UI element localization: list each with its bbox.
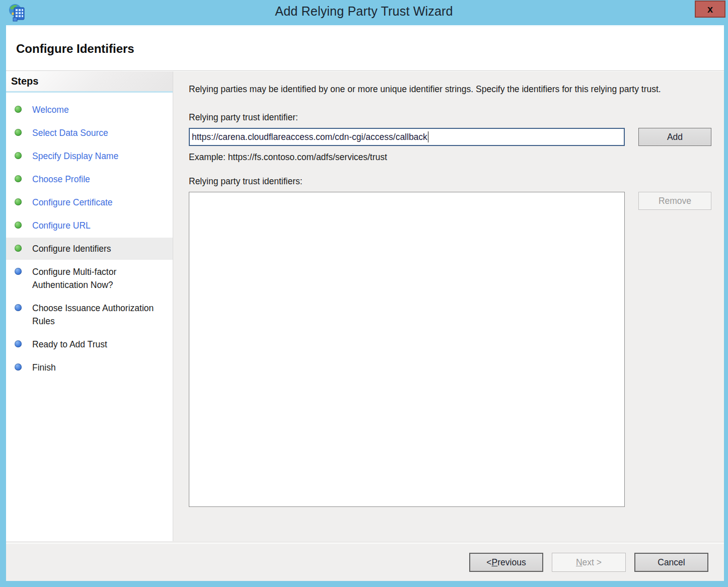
step-done-bullet-icon — [15, 152, 22, 159]
step-done-bullet-icon — [15, 222, 22, 229]
sidebar-step-choose-profile[interactable]: Choose Profile — [6, 168, 173, 190]
text-caret — [428, 131, 429, 142]
add-button[interactable]: Add — [638, 128, 711, 146]
main-pane: Relying parties may be identified by one… — [173, 71, 724, 543]
steps-list: WelcomeSelect Data SourceSpecify Display… — [6, 93, 173, 379]
sidebar-step-configure-identifiers: Configure Identifiers — [6, 238, 173, 260]
sidebar-step-specify-display-name[interactable]: Specify Display Name — [6, 145, 173, 167]
wizard-body: Steps WelcomeSelect Data SourceSpecify D… — [6, 71, 724, 543]
window-title: Add Relying Party Trust Wizard — [0, 4, 728, 19]
step-done-bullet-icon — [15, 245, 22, 252]
wizard-window: Add Relying Party Trust Wizard x Configu… — [0, 0, 728, 587]
page-description: Relying parties may be identified by one… — [189, 83, 711, 96]
sidebar-step-configure-multi-factor-authentication-now: Configure Multi-factor Authentication No… — [6, 261, 173, 296]
identifiers-listbox-row: Remove — [189, 192, 711, 507]
page-title: Configure Identifiers — [16, 42, 134, 56]
sidebar-step-configure-certificate[interactable]: Configure Certificate — [6, 191, 173, 213]
steps-sidebar: Steps WelcomeSelect Data SourceSpecify D… — [6, 71, 173, 543]
sidebar-step-configure-url[interactable]: Configure URL — [6, 214, 173, 237]
title-bar: Add Relying Party Trust Wizard x — [0, 0, 728, 25]
next-button[interactable]: Next > — [552, 553, 626, 572]
step-label: Choose Profile — [32, 173, 90, 186]
step-label: Ready to Add Trust — [32, 338, 107, 351]
identifiers-list-label: Relying party trust identifiers: — [189, 176, 711, 187]
step-pending-bullet-icon — [15, 304, 22, 311]
step-done-bullet-icon — [15, 198, 22, 205]
step-pending-bullet-icon — [15, 363, 22, 371]
sidebar-step-choose-issuance-authorization-rules: Choose Issuance Authorization Rules — [6, 297, 173, 332]
step-label: Specify Display Name — [32, 150, 118, 163]
identifiers-listbox[interactable] — [189, 192, 625, 507]
step-pending-bullet-icon — [15, 340, 22, 347]
step-label: Configure Certificate — [32, 196, 113, 209]
step-done-bullet-icon — [15, 129, 22, 136]
identifier-input-value: https://carena.cloudflareaccess.com/cdn-… — [192, 132, 427, 142]
step-label: Welcome — [32, 103, 69, 116]
sidebar-step-ready-to-add-trust: Ready to Add Trust — [6, 333, 173, 355]
step-label: Configure URL — [32, 219, 91, 232]
step-label: Configure Multi-factor Authentication No… — [32, 265, 158, 291]
step-pending-bullet-icon — [15, 268, 22, 275]
step-label: Choose Issuance Authorization Rules — [32, 302, 158, 328]
cancel-button[interactable]: Cancel — [634, 553, 708, 572]
page-header: Configure Identifiers — [6, 27, 724, 71]
steps-heading: Steps — [11, 76, 38, 87]
example-text: Example: https://fs.contoso.com/adfs/ser… — [189, 152, 711, 163]
footer-bar: < Previous Next > Cancel — [6, 543, 724, 581]
step-label: Configure Identifiers — [32, 242, 111, 255]
step-label: Select Data Source — [32, 126, 108, 139]
steps-header: Steps — [6, 71, 173, 93]
previous-button[interactable]: < Previous — [469, 553, 543, 572]
sidebar-step-select-data-source[interactable]: Select Data Source — [6, 122, 173, 144]
step-done-bullet-icon — [15, 175, 22, 182]
sidebar-step-finish: Finish — [6, 356, 173, 379]
step-label: Finish — [32, 361, 56, 374]
wizard-content: Configure Identifiers Steps WelcomeSelec… — [6, 25, 724, 581]
identifier-field-label: Relying party trust identifier: — [189, 112, 711, 123]
identifier-input-row: https://carena.cloudflareaccess.com/cdn-… — [189, 128, 711, 146]
identifier-input[interactable]: https://carena.cloudflareaccess.com/cdn-… — [189, 128, 625, 146]
step-done-bullet-icon — [15, 106, 22, 113]
remove-button[interactable]: Remove — [638, 192, 711, 210]
close-button[interactable]: x — [695, 1, 725, 18]
sidebar-step-welcome[interactable]: Welcome — [6, 99, 173, 121]
